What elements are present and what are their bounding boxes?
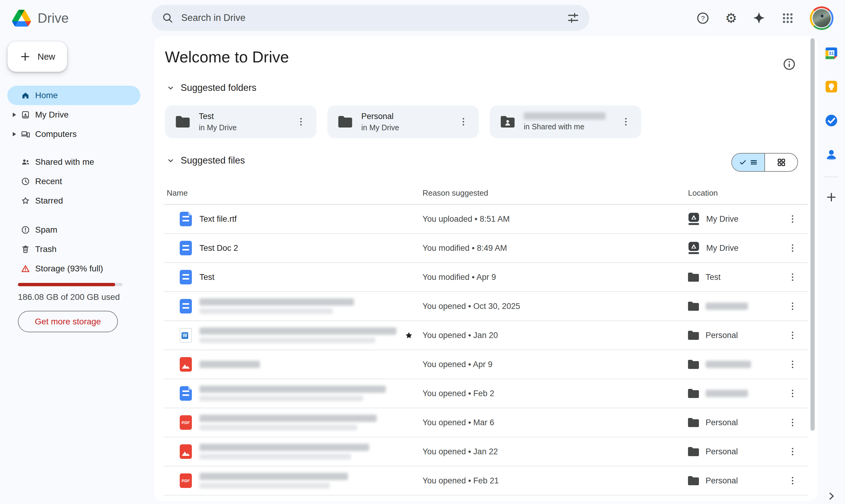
location-redacted (706, 303, 748, 310)
file-name-redacted (199, 361, 260, 368)
file-row[interactable]: PDFYou opened • Mar 6Personal (164, 408, 808, 437)
more-options-button[interactable] (785, 270, 802, 285)
suggested-folder-card[interactable]: in Shared with me (490, 105, 641, 138)
info-button[interactable] (782, 57, 796, 71)
help-button[interactable]: ? (696, 12, 709, 25)
help-icon: ? (696, 12, 709, 25)
drive-logo-area[interactable]: Drive (12, 0, 69, 36)
recent-clock-icon (21, 177, 30, 186)
suggested-folder-card[interactable]: Test in My Drive (165, 105, 316, 138)
sidebar-item-shared-with-me[interactable]: Shared with me (7, 152, 140, 172)
kebab-menu-icon (788, 417, 798, 428)
calendar-button[interactable]: 31 (824, 46, 838, 60)
more-options-button[interactable] (785, 240, 802, 256)
folder-icon (688, 331, 699, 340)
search-bar[interactable] (152, 5, 589, 31)
settings-gear-icon: ⚙ (725, 12, 737, 25)
column-header-location[interactable]: Location (688, 188, 808, 198)
contacts-button[interactable] (824, 147, 838, 161)
file-type-icon-gdoc (180, 270, 193, 284)
file-name-redacted (199, 444, 369, 460)
app-name: Drive (38, 11, 69, 26)
suggested-files-header[interactable]: Suggested files (166, 155, 245, 166)
get-more-storage-button[interactable]: Get more storage (18, 311, 118, 332)
kebab-menu-icon (788, 330, 798, 340)
file-row[interactable]: You opened • Oct 30, 2025 (164, 292, 808, 321)
topbar-actions: ? ⚙ (696, 0, 833, 36)
hide-side-panel-button[interactable] (826, 491, 837, 502)
location-redacted (706, 361, 751, 368)
file-row[interactable]: Text file.rtfYou uploaded • 8:51 AMMy Dr… (164, 205, 808, 234)
get-addons-button[interactable] (825, 191, 838, 203)
column-header-reason[interactable]: Reason suggested (423, 188, 688, 198)
sidebar-nav-tertiary: Spam Trash Storage (93% (7, 220, 140, 278)
expand-arrow-icon[interactable] (13, 132, 16, 136)
file-location: My Drive (688, 241, 785, 255)
column-header-name[interactable]: Name (167, 188, 423, 198)
suggested-folders-header[interactable]: Suggested folders (166, 83, 257, 93)
sidebar-item-starred[interactable]: Starred (7, 191, 140, 211)
file-row[interactable]: You opened • Jan 20Personal (164, 321, 808, 350)
expand-arrow-icon[interactable] (13, 113, 16, 117)
my-drive-location-icon (688, 212, 700, 226)
sidebar-item-label: My Drive (35, 110, 69, 120)
suggested-folder-cards: Test in My Drive Personal in My Drive (165, 105, 641, 138)
gemini-button[interactable] (753, 12, 765, 24)
sidebar-item-label: Recent (35, 177, 62, 186)
suggested-folder-card[interactable]: Personal in My Drive (327, 105, 479, 138)
google-apps-button[interactable] (781, 12, 794, 24)
account-avatar[interactable] (810, 6, 833, 30)
file-name: Text file.rtf (199, 214, 237, 224)
more-options-button[interactable] (785, 444, 802, 459)
tasks-button[interactable] (824, 113, 838, 127)
reason-text: You opened • Jan 22 (423, 447, 688, 456)
search-input[interactable] (181, 13, 559, 23)
kebab-menu-icon (788, 301, 798, 311)
file-row[interactable]: PDFYou opened • Feb 21Personal (164, 466, 808, 496)
settings-button[interactable]: ⚙ (725, 12, 737, 25)
file-row[interactable]: You opened • Apr 9 (164, 350, 808, 379)
star-icon (21, 196, 30, 205)
sidebar-item-storage[interactable]: Storage (93% full) (7, 259, 140, 278)
more-options-button[interactable] (293, 114, 309, 129)
more-options-button[interactable] (785, 211, 802, 227)
file-row[interactable]: You opened • Jan 22Personal (164, 437, 808, 466)
more-options-button[interactable] (456, 114, 471, 129)
sidebar-item-recent[interactable]: Recent (7, 172, 140, 191)
search-options-button[interactable] (567, 12, 579, 24)
more-options-button[interactable] (785, 357, 802, 372)
file-row[interactable]: TestYou modified • Apr 9Test (164, 263, 808, 292)
more-options-button[interactable] (618, 114, 633, 129)
sidebar-item-spam[interactable]: Spam (7, 220, 140, 239)
vertical-scrollbar[interactable] (810, 38, 815, 431)
reason-text: You opened • Feb 2 (423, 389, 688, 398)
file-type-icon-gdoc (180, 299, 193, 313)
file-type-icon-rtf (180, 212, 193, 226)
new-button[interactable]: New (7, 41, 67, 72)
sidebar-item-trash[interactable]: Trash (7, 239, 140, 259)
file-row[interactable]: Test Doc 2You modified • 8:49 AMMy Drive (164, 234, 808, 263)
keep-button[interactable] (824, 80, 838, 94)
grid-view-button[interactable] (765, 154, 797, 171)
more-options-button[interactable] (785, 299, 802, 314)
more-options-button[interactable] (785, 386, 802, 401)
sidebar-item-my-drive[interactable]: My Drive (7, 105, 140, 125)
suggested-files-table: Name Reason suggested Location Text file… (164, 182, 808, 496)
location-label: Test (706, 273, 721, 282)
list-view-button[interactable] (732, 154, 765, 171)
more-options-button[interactable] (785, 473, 802, 488)
sidebar-item-computers[interactable]: Computers (7, 125, 140, 144)
file-name: Test Doc 2 (199, 244, 238, 253)
tasks-icon (824, 113, 838, 127)
folder-card-name: Test (199, 112, 284, 121)
folder-card-location: in My Drive (361, 123, 447, 132)
more-options-button[interactable] (785, 328, 802, 343)
reason-text: You modified • Apr 9 (423, 273, 688, 282)
spam-icon (21, 226, 30, 234)
sidebar-item-home[interactable]: Home (7, 86, 140, 105)
more-options-button[interactable] (785, 415, 802, 430)
folder-icon (688, 389, 699, 398)
folder-icon (688, 476, 699, 485)
file-row[interactable]: You opened • Feb 2 (164, 379, 808, 408)
kebab-menu-icon (621, 116, 631, 127)
